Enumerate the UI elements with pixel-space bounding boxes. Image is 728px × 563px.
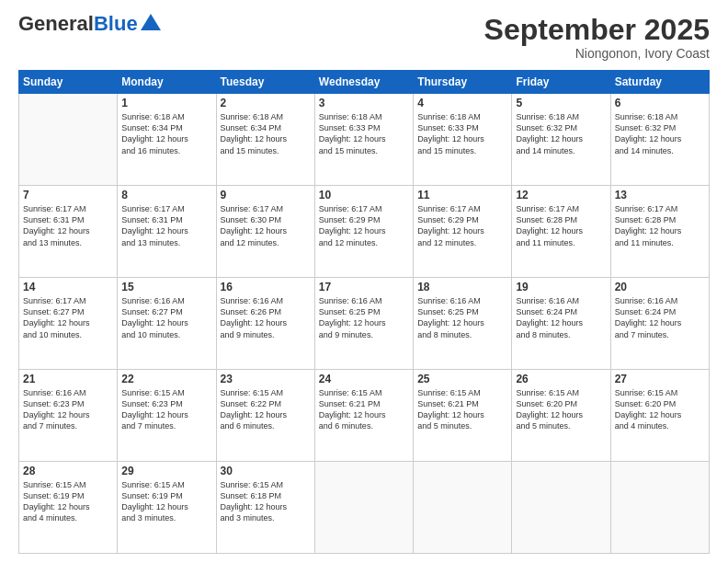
calendar-cell: 16Sunrise: 6:16 AM Sunset: 6:26 PM Dayli… — [216, 278, 314, 370]
title-block: September 2025 Niongonon, Ivory Coast — [484, 14, 710, 61]
day-number: 13 — [615, 189, 705, 201]
calendar-cell — [19, 94, 118, 186]
day-info: Sunrise: 6:15 AM Sunset: 6:23 PM Dayligh… — [121, 387, 211, 432]
calendar-cell: 26Sunrise: 6:15 AM Sunset: 6:20 PM Dayli… — [512, 370, 610, 462]
day-info: Sunrise: 6:16 AM Sunset: 6:27 PM Dayligh… — [121, 295, 211, 340]
day-number: 18 — [417, 281, 507, 293]
header-monday: Monday — [118, 71, 216, 94]
day-number: 29 — [121, 465, 211, 477]
location: Niongonon, Ivory Coast — [484, 46, 710, 61]
day-info: Sunrise: 6:16 AM Sunset: 6:25 PM Dayligh… — [417, 295, 507, 340]
day-info: Sunrise: 6:18 AM Sunset: 6:33 PM Dayligh… — [319, 111, 409, 156]
day-number: 11 — [417, 189, 507, 201]
calendar-cell — [314, 462, 413, 554]
calendar-table: Sunday Monday Tuesday Wednesday Thursday… — [18, 70, 710, 554]
day-number: 27 — [615, 373, 705, 385]
weekday-header-row: Sunday Monday Tuesday Wednesday Thursday… — [19, 71, 710, 94]
day-number: 19 — [516, 281, 606, 293]
day-number: 7 — [23, 189, 113, 201]
day-number: 9 — [221, 189, 311, 201]
day-info: Sunrise: 6:15 AM Sunset: 6:21 PM Dayligh… — [417, 387, 507, 432]
day-number: 5 — [516, 97, 606, 109]
logo-icon — [141, 14, 161, 30]
header-thursday: Thursday — [414, 71, 512, 94]
day-info: Sunrise: 6:17 AM Sunset: 6:28 PM Dayligh… — [516, 203, 606, 248]
day-number: 6 — [615, 97, 705, 109]
calendar-cell: 5Sunrise: 6:18 AM Sunset: 6:32 PM Daylig… — [512, 94, 610, 186]
header-friday: Friday — [512, 71, 610, 94]
week-row-3: 21Sunrise: 6:16 AM Sunset: 6:23 PM Dayli… — [19, 370, 710, 462]
day-info: Sunrise: 6:18 AM Sunset: 6:34 PM Dayligh… — [221, 111, 311, 156]
page: GeneralBlue September 2025 Niongonon, Iv… — [0, 0, 728, 563]
logo-text: GeneralBlue — [18, 14, 138, 34]
calendar-cell — [610, 462, 709, 554]
day-info: Sunrise: 6:17 AM Sunset: 6:30 PM Dayligh… — [221, 203, 311, 248]
week-row-0: 1Sunrise: 6:18 AM Sunset: 6:34 PM Daylig… — [19, 94, 710, 186]
day-info: Sunrise: 6:16 AM Sunset: 6:26 PM Dayligh… — [221, 295, 311, 340]
week-row-2: 14Sunrise: 6:17 AM Sunset: 6:27 PM Dayli… — [19, 278, 710, 370]
day-number: 14 — [23, 281, 113, 293]
day-info: Sunrise: 6:15 AM Sunset: 6:20 PM Dayligh… — [615, 387, 705, 432]
day-number: 8 — [121, 189, 211, 201]
day-info: Sunrise: 6:17 AM Sunset: 6:27 PM Dayligh… — [23, 295, 113, 340]
header-saturday: Saturday — [610, 71, 709, 94]
calendar-cell: 10Sunrise: 6:17 AM Sunset: 6:29 PM Dayli… — [314, 186, 413, 278]
day-info: Sunrise: 6:16 AM Sunset: 6:24 PM Dayligh… — [615, 295, 705, 340]
day-info: Sunrise: 6:17 AM Sunset: 6:31 PM Dayligh… — [23, 203, 113, 248]
day-info: Sunrise: 6:17 AM Sunset: 6:31 PM Dayligh… — [121, 203, 211, 248]
calendar-cell: 15Sunrise: 6:16 AM Sunset: 6:27 PM Dayli… — [118, 278, 216, 370]
calendar-cell — [512, 462, 610, 554]
month-title: September 2025 — [484, 14, 710, 46]
calendar-cell — [414, 462, 512, 554]
day-number: 16 — [221, 281, 311, 293]
day-info: Sunrise: 6:17 AM Sunset: 6:29 PM Dayligh… — [319, 203, 409, 248]
calendar-cell: 13Sunrise: 6:17 AM Sunset: 6:28 PM Dayli… — [610, 186, 709, 278]
calendar-cell: 29Sunrise: 6:15 AM Sunset: 6:19 PM Dayli… — [118, 462, 216, 554]
day-number: 12 — [516, 189, 606, 201]
day-info: Sunrise: 6:15 AM Sunset: 6:20 PM Dayligh… — [516, 387, 606, 432]
day-info: Sunrise: 6:15 AM Sunset: 6:18 PM Dayligh… — [221, 479, 311, 524]
calendar-cell: 17Sunrise: 6:16 AM Sunset: 6:25 PM Dayli… — [314, 278, 413, 370]
logo-blue: Blue — [94, 12, 138, 35]
day-number: 17 — [319, 281, 409, 293]
calendar-cell: 8Sunrise: 6:17 AM Sunset: 6:31 PM Daylig… — [118, 186, 216, 278]
day-number: 30 — [221, 465, 311, 477]
day-number: 26 — [516, 373, 606, 385]
day-info: Sunrise: 6:16 AM Sunset: 6:24 PM Dayligh… — [516, 295, 606, 340]
day-info: Sunrise: 6:18 AM Sunset: 6:32 PM Dayligh… — [516, 111, 606, 156]
calendar-cell: 23Sunrise: 6:15 AM Sunset: 6:22 PM Dayli… — [216, 370, 314, 462]
calendar-cell: 24Sunrise: 6:15 AM Sunset: 6:21 PM Dayli… — [314, 370, 413, 462]
day-info: Sunrise: 6:18 AM Sunset: 6:34 PM Dayligh… — [121, 111, 211, 156]
week-row-4: 28Sunrise: 6:15 AM Sunset: 6:19 PM Dayli… — [19, 462, 710, 554]
day-number: 25 — [417, 373, 507, 385]
day-number: 22 — [121, 373, 211, 385]
calendar-cell: 22Sunrise: 6:15 AM Sunset: 6:23 PM Dayli… — [118, 370, 216, 462]
day-info: Sunrise: 6:18 AM Sunset: 6:32 PM Dayligh… — [615, 111, 705, 156]
day-info: Sunrise: 6:17 AM Sunset: 6:28 PM Dayligh… — [615, 203, 705, 248]
day-number: 1 — [121, 97, 211, 109]
calendar-cell: 28Sunrise: 6:15 AM Sunset: 6:19 PM Dayli… — [19, 462, 118, 554]
header-wednesday: Wednesday — [314, 71, 413, 94]
logo-general: General — [18, 12, 94, 35]
calendar-cell: 18Sunrise: 6:16 AM Sunset: 6:25 PM Dayli… — [414, 278, 512, 370]
day-number: 24 — [319, 373, 409, 385]
header-sunday: Sunday — [19, 71, 118, 94]
day-number: 23 — [221, 373, 311, 385]
day-number: 28 — [23, 465, 113, 477]
calendar-cell: 12Sunrise: 6:17 AM Sunset: 6:28 PM Dayli… — [512, 186, 610, 278]
calendar-cell: 9Sunrise: 6:17 AM Sunset: 6:30 PM Daylig… — [216, 186, 314, 278]
day-info: Sunrise: 6:16 AM Sunset: 6:23 PM Dayligh… — [23, 387, 113, 432]
day-info: Sunrise: 6:17 AM Sunset: 6:29 PM Dayligh… — [417, 203, 507, 248]
day-number: 15 — [121, 281, 211, 293]
calendar-cell: 7Sunrise: 6:17 AM Sunset: 6:31 PM Daylig… — [19, 186, 118, 278]
calendar-cell: 25Sunrise: 6:15 AM Sunset: 6:21 PM Dayli… — [414, 370, 512, 462]
svg-marker-0 — [141, 14, 161, 30]
calendar-cell: 27Sunrise: 6:15 AM Sunset: 6:20 PM Dayli… — [610, 370, 709, 462]
calendar-cell: 4Sunrise: 6:18 AM Sunset: 6:33 PM Daylig… — [414, 94, 512, 186]
calendar-cell: 6Sunrise: 6:18 AM Sunset: 6:32 PM Daylig… — [610, 94, 709, 186]
day-number: 2 — [221, 97, 311, 109]
week-row-1: 7Sunrise: 6:17 AM Sunset: 6:31 PM Daylig… — [19, 186, 710, 278]
day-number: 4 — [417, 97, 507, 109]
day-number: 10 — [319, 189, 409, 201]
calendar-cell: 19Sunrise: 6:16 AM Sunset: 6:24 PM Dayli… — [512, 278, 610, 370]
